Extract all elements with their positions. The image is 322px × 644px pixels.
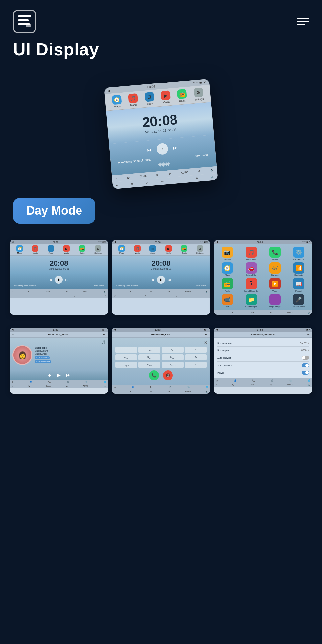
app-carsettings[interactable]: ⚙️ Car Settings: [288, 247, 310, 260]
dial-key-0dash[interactable]: 0-: [185, 354, 207, 361]
mini-app-vedio-2[interactable]: ▶Vedio: [165, 245, 172, 254]
mini-status-1: ◀08:06⌃⌃▣✕: [10, 240, 108, 244]
bt-setting-auto-connect: Auto connect: [217, 362, 309, 369]
mini-app-radio-2[interactable]: 📻Radio: [181, 245, 187, 254]
bt-call-content: ✕ 1 2ABC 3DEF * 4GHI 5JKL 6MNO 0- 7PQRS …: [112, 338, 210, 385]
bt-music-details: Music Title Music Album Music Artist A2D…: [35, 347, 51, 364]
hamburger-icon[interactable]: [297, 18, 309, 25]
mini-screen-bt-settings: ◀17:53⌃⌃▣✕ ⌂ Bluetooth_Settings ↩ Device…: [214, 328, 312, 394]
page-title: UI Display: [13, 39, 309, 59]
app-localmusic[interactable]: 🎵 Localmusic: [240, 247, 262, 260]
call-button-row: 📞 📵: [115, 369, 208, 382]
bt-prev-btn[interactable]: ⏮: [47, 372, 52, 378]
dial-key-7[interactable]: 7PQRS: [115, 362, 137, 368]
bt-settings-bottom2: ⌂⏻DUAL✲AUTO🔊: [214, 383, 312, 387]
mini-app-maps-2[interactable]: 🧭Maps: [118, 245, 125, 254]
app-dispsettings[interactable]: 🎛 DispSettings: [264, 294, 286, 308]
mini-app-music-1[interactable]: 🎵Music: [32, 245, 38, 254]
bt-toggle-auto-answer[interactable]: [302, 356, 309, 360]
mini-clock-1: 20:08 Monday 2023-01-01: [10, 256, 108, 273]
dial-key-9[interactable]: 9WXYZ: [162, 362, 184, 368]
app-radio[interactable]: 📻 Radio: [217, 278, 238, 292]
nav-vedio[interactable]: ▶ Vedio: [161, 90, 171, 104]
app-soundrecorder[interactable]: 🎙 Sound Recorder: [240, 278, 262, 292]
bt-arrow-device-pin[interactable]: ›: [308, 348, 309, 352]
bt-toggle-power[interactable]: [302, 371, 309, 375]
mini-app-maps-1[interactable]: 🧭Maps: [16, 245, 23, 254]
bt-play-btn[interactable]: ▶: [57, 372, 61, 378]
bt-call-bottom: ⊞👤📞🎵📎🌐: [112, 385, 210, 389]
nav-music[interactable]: 🎵 Music: [128, 93, 138, 107]
app-originalcar[interactable]: 🚗 Original Car: [240, 262, 262, 276]
mini-bottom-3: ⌂⏻DUAL✲AUTO🔊: [214, 310, 312, 315]
call-answer-btn[interactable]: 📞: [149, 370, 159, 380]
bt-toggle-auto-connect[interactable]: [302, 363, 309, 367]
hero-pause-btn[interactable]: ⏸: [156, 143, 169, 155]
bt-setting-device-pin: Device pin 0000 ›: [217, 347, 309, 354]
app-phone[interactable]: 📞 Phone: [264, 247, 286, 260]
day-mode-badge: Day Mode: [13, 198, 95, 224]
bt-arrow-device-name[interactable]: ›: [308, 341, 309, 345]
dial-key-2[interactable]: 2ABC: [138, 347, 160, 353]
bt-label-power: Power: [217, 371, 224, 374]
dial-key-hash[interactable]: #: [185, 362, 207, 368]
dial-key-5[interactable]: 5JKL: [138, 354, 160, 361]
dial-key-star[interactable]: *: [185, 347, 207, 353]
app-video[interactable]: ▶️ Video: [264, 278, 286, 292]
mini-pause-1[interactable]: ⏸: [55, 276, 63, 284]
grid-row-2: ◀17:53⌃⌃▣✕ ⌂ Bluetooth_Music ↩ 🎵 👩 Music…: [0, 324, 322, 397]
mini-app-vedio-1[interactable]: ▶Vedio: [63, 245, 70, 254]
header: UI Display: [0, 0, 322, 77]
bt-settings-status: ◀17:53⌃⌃▣✕: [214, 328, 312, 332]
mini-app-settings-1[interactable]: ⚙Settings: [94, 245, 102, 254]
hero-phone-mockup: ◀ 08:06 ⌃ ⌃ ▣ ✕ 🧭 Maps 🎵 Music ⊞ Apps ▶ …: [104, 79, 218, 189]
mini-clock-2: 20:08 Monday 2023-01-01: [112, 256, 210, 273]
bt-next-btn[interactable]: ⏭: [66, 372, 71, 378]
mini-bottom-2b: ↩0↙0: [112, 294, 210, 298]
app-360view[interactable]: 📷 360 view: [217, 247, 238, 260]
app-voicecontrol[interactable]: 🎤 Voice Control: [288, 294, 310, 308]
app-manual[interactable]: 📖 Manual: [288, 278, 310, 292]
bt-call-bottom2: ⌂⏻DUAL✲AUTO🔊: [112, 389, 210, 394]
app-filemanager[interactable]: 📁 File Manager: [240, 294, 262, 308]
mini-app-apps-1[interactable]: ⊞Apps: [48, 245, 54, 254]
dial-key-6[interactable]: 6MNO: [162, 354, 184, 361]
mini-app-music-2[interactable]: 🎵Music: [134, 245, 141, 254]
bt-setting-device-name: Device name CarBT ›: [217, 340, 309, 347]
bt-album-art: 👩: [12, 345, 32, 365]
dial-key-8[interactable]: 8TUV: [138, 362, 160, 368]
app-bluetooth[interactable]: 📶 Bluetooth: [288, 262, 310, 276]
dial-grid: 1 2ABC 3DEF * 4GHI 5JKL 6MNO 0- 7PQRS 8T…: [115, 346, 208, 369]
bt-call-header: ⌂ Bluetooth_Call ↩: [112, 332, 210, 338]
dial-key-4[interactable]: 4GHI: [115, 354, 137, 361]
bt-setting-power: Power: [217, 369, 309, 376]
mini-music-text-1: A soothing piece of music: [14, 285, 36, 287]
mini-pause-2[interactable]: ⏸: [157, 276, 165, 284]
app-kuwooo[interactable]: 🎶 Kuwooo: [264, 262, 286, 276]
day-mode-container: Day Mode: [0, 198, 322, 237]
mini-music-right-2: Pure music: [196, 285, 206, 287]
mini-app-radio-1[interactable]: 📻Radio: [79, 245, 85, 254]
bt-music-header: ⌂ Bluetooth_Music ↩: [10, 332, 108, 338]
app-maps[interactable]: 🧭 Maps: [217, 262, 238, 276]
app-avin[interactable]: 📹 Avin: [217, 294, 238, 308]
nav-apps[interactable]: ⊞ Apps: [144, 92, 154, 105]
mini-app-settings-2[interactable]: ⚙Settings: [196, 245, 204, 254]
bt-label-auto-answer: Auto answer: [217, 356, 231, 359]
grid-row-1: ◀08:06⌃⌃▣✕ 🧭Maps 🎵Music ⊞Apps ▶Vedio 📻Ra…: [0, 237, 322, 318]
svg-rect-0: [18, 15, 31, 17]
bt-value-device-pin: 0000: [301, 349, 307, 351]
mini-nav-1: 🧭Maps 🎵Music ⊞Apps ▶Vedio 📻Radio ⚙Settin…: [10, 244, 108, 256]
nav-settings[interactable]: ⚙ Settings: [193, 87, 204, 101]
mini-clock-time-2: 20:08: [115, 259, 207, 268]
mini-clock-time-1: 20:08: [13, 259, 105, 268]
mini-bottom-2: ⌂⏻DUAL✲AUTO🔊: [112, 289, 210, 294]
mini-music-2: ⏮ ⏸ ⏭ A soothing piece of music Pure mus…: [112, 273, 210, 289]
dial-key-3[interactable]: 3DEF: [162, 347, 184, 353]
call-hangup-btn[interactable]: 📵: [163, 370, 173, 380]
mini-app-apps-2[interactable]: ⊞Apps: [150, 245, 156, 254]
dial-key-1[interactable]: 1: [115, 347, 137, 353]
nav-radio[interactable]: 📻 Radio: [177, 89, 187, 103]
nav-maps[interactable]: 🧭 Maps: [112, 95, 122, 108]
mini-screen-1: ◀08:06⌃⌃▣✕ 🧭Maps 🎵Music ⊞Apps ▶Vedio 📻Ra…: [10, 240, 108, 315]
